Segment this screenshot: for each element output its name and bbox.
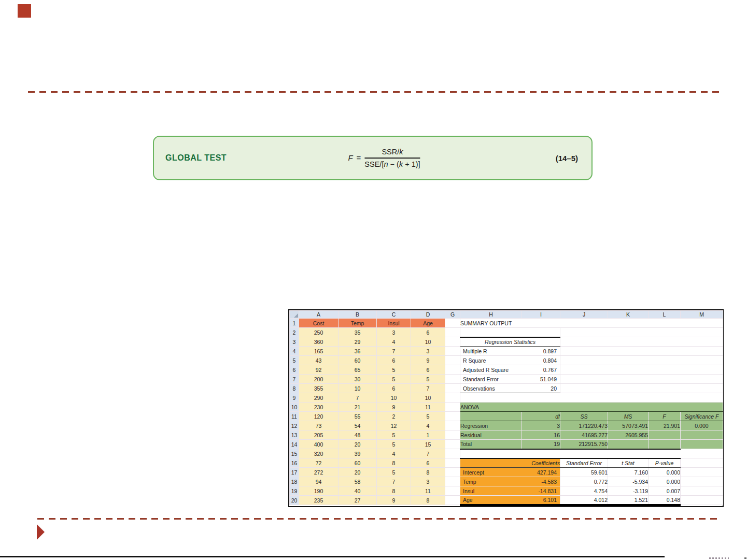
excel-screenshot: ABCDGHIJKLM1CostTempInsulAgeSUMMARY OUTP…: [288, 309, 724, 507]
output-cell: df: [522, 412, 560, 421]
data-cell: 11: [411, 486, 445, 496]
output-cell: [560, 365, 723, 375]
output-cell: P-value: [649, 458, 681, 468]
footer-specks: [709, 557, 729, 559]
spacer-cell: [445, 319, 460, 328]
data-header-cell: Temp: [339, 319, 377, 328]
output-cell: 59.601: [560, 468, 608, 477]
output-cell: 3: [522, 421, 560, 430]
column-letter: D: [411, 311, 445, 319]
output-cell: [460, 328, 560, 337]
footer-dot: [744, 557, 746, 559]
spacer-cell: [445, 365, 460, 375]
output-cell: [560, 337, 723, 347]
data-cell: 35: [339, 328, 377, 337]
spacer-cell: [445, 458, 460, 468]
output-cell: R Square0.804: [460, 356, 560, 365]
output-cell: [649, 430, 681, 440]
title-accent-square-icon: [18, 4, 31, 18]
spacer-cell: [445, 449, 460, 458]
column-letter: L: [649, 311, 681, 319]
data-cell: 272: [299, 468, 339, 477]
data-cell: 58: [339, 477, 377, 486]
column-letter: B: [339, 311, 377, 319]
output-cell: [460, 449, 723, 458]
row-number: 20: [290, 496, 299, 505]
data-cell: 165: [299, 347, 339, 356]
row-number: 10: [290, 403, 299, 412]
output-cell: [560, 328, 723, 337]
data-cell: 5: [377, 430, 411, 440]
data-cell: 10: [411, 393, 445, 403]
equation-number: (14–5): [556, 154, 578, 163]
output-cell: 0.000: [681, 421, 723, 430]
bottom-divider-dashed: [37, 518, 721, 520]
output-cell: 1.521: [608, 496, 649, 505]
output-cell: SS: [560, 412, 608, 421]
output-cell: Observations20: [460, 384, 560, 393]
output-cell: Insul-14.831: [460, 486, 560, 496]
output-cell: Standard Error: [560, 458, 608, 468]
output-cell: [681, 440, 723, 449]
column-letter: A: [299, 311, 339, 319]
output-cell: ANOVA: [460, 403, 723, 412]
output-cell: 16: [522, 430, 560, 440]
data-cell: 6: [377, 384, 411, 393]
data-cell: 55: [339, 412, 377, 421]
formula-fraction: SSR/k SSE/[n − (k + 1)]: [364, 147, 420, 169]
output-cell: [460, 412, 522, 421]
data-cell: 73: [299, 421, 339, 430]
output-cell: 0.000: [649, 468, 681, 477]
data-cell: 7: [339, 393, 377, 403]
row-number: 5: [290, 356, 299, 365]
bullet-triangle-icon: [37, 524, 45, 540]
data-cell: 36: [339, 347, 377, 356]
data-cell: 94: [299, 477, 339, 486]
output-cell: 0.000: [649, 477, 681, 486]
spacer-cell: [445, 356, 460, 365]
data-cell: 235: [299, 496, 339, 505]
data-cell: 60: [339, 356, 377, 365]
data-cell: 7: [377, 477, 411, 486]
data-cell: 5: [377, 365, 411, 375]
row-number: 4: [290, 347, 299, 356]
output-cell: 4.754: [560, 486, 608, 496]
global-test-label: GLOBAL TEST: [165, 153, 227, 163]
fraction-numerator: SSR/k: [382, 147, 403, 156]
data-cell: 5: [377, 440, 411, 449]
column-letter: K: [608, 311, 649, 319]
data-cell: 4: [411, 421, 445, 430]
row-number: 16: [290, 458, 299, 468]
row-number: 13: [290, 430, 299, 440]
row-number: 14: [290, 440, 299, 449]
output-cell: 19: [522, 440, 560, 449]
data-cell: 8: [377, 458, 411, 468]
row-number: 2: [290, 328, 299, 337]
spacer-cell: [445, 486, 460, 496]
data-cell: 7: [411, 384, 445, 393]
output-cell: 57073.491: [608, 421, 649, 430]
output-cell: 0.148: [649, 496, 681, 505]
output-cell: [560, 356, 723, 365]
data-cell: 6: [411, 458, 445, 468]
output-cell: 171220.473: [560, 421, 608, 430]
data-cell: 6: [377, 356, 411, 365]
data-cell: 8: [377, 486, 411, 496]
spacer-cell: [445, 412, 460, 421]
footer-rule: [0, 556, 665, 557]
output-cell: Multiple R0.897: [460, 347, 560, 356]
data-cell: 8: [411, 468, 445, 477]
row-number: 9: [290, 393, 299, 403]
data-cell: 29: [339, 337, 377, 347]
data-cell: 9: [377, 496, 411, 505]
data-cell: 39: [339, 449, 377, 458]
row-number: 7: [290, 375, 299, 384]
formula-equation: F = SSR/k SSE/[n − (k + 1)]: [348, 147, 420, 169]
data-cell: 7: [411, 449, 445, 458]
output-cell: Regression: [460, 421, 522, 430]
data-cell: 6: [411, 365, 445, 375]
data-cell: 27: [339, 496, 377, 505]
spreadsheet-table: ABCDGHIJKLM1CostTempInsulAgeSUMMARY OUTP…: [289, 310, 723, 506]
output-cell: [681, 458, 723, 468]
data-cell: 30: [339, 375, 377, 384]
